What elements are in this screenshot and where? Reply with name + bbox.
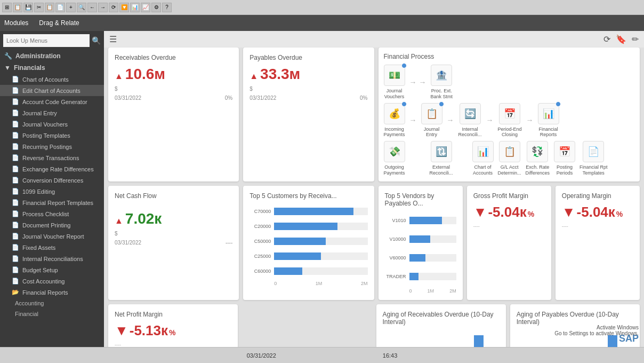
sidebar-item-financial-reports[interactable]: 📂 Financial Reports bbox=[0, 287, 104, 298]
toolbar-icon-16[interactable]: ? bbox=[162, 3, 172, 12]
sidebar-item-cost-accounting[interactable]: 📄 Cost Accounting bbox=[0, 275, 104, 287]
fp-label-external-recon: ExternalReconcili... bbox=[430, 164, 453, 176]
sidebar-item-document-printing[interactable]: 📄 Document Printing bbox=[0, 219, 104, 231]
fp-item-proc-ext-bank[interactable]: 🏦 Proc. Ext.Bank Stmt bbox=[430, 65, 453, 100]
toolbar-icon-3[interactable]: 💾 bbox=[23, 3, 33, 12]
fp-label-journal-vouchers: JournalVouchers bbox=[384, 88, 405, 100]
cash-flow-meta: $ bbox=[115, 231, 232, 236]
sidebar-item-process-checklist[interactable]: 📄 Process Checklist bbox=[0, 208, 104, 219]
toolbar-icon-13[interactable]: 📊 bbox=[130, 3, 140, 12]
gross-profit-title: Gross Profit Margin bbox=[473, 192, 545, 200]
fp-item-internal-recon[interactable]: 🔄 InternalReconcili... bbox=[458, 103, 482, 138]
sidebar-item-posting-templates[interactable]: 📄 Posting Templates bbox=[0, 130, 104, 141]
bar-fill-c60000 bbox=[274, 267, 302, 275]
operating-margin-meta: ---- bbox=[562, 224, 633, 229]
sidebar-item-conversion-differences[interactable]: 📄 Conversion Differences bbox=[0, 175, 104, 186]
sidebar-item-account-code-generator[interactable]: 📄 Account Code Generator bbox=[0, 96, 104, 107]
cash-flow-date: 03/31/2022 bbox=[115, 240, 141, 246]
toolbar-icon-9[interactable]: ← bbox=[87, 3, 97, 12]
toolbar-icon-6[interactable]: 📄 bbox=[55, 3, 65, 12]
fp-label-chart-accounts: Chart ofAccounts bbox=[473, 164, 493, 176]
sidebar-section-financials[interactable]: ▼ Financials bbox=[0, 62, 104, 74]
fp-item-journal-entry[interactable]: 📋 JournalEntry bbox=[421, 103, 442, 138]
sidebar-subitem-accounting[interactable]: Accounting bbox=[0, 298, 104, 309]
fp-icon-journal-vouchers: 💵 bbox=[384, 65, 405, 86]
toolbar-icon-15[interactable]: ⚙ bbox=[151, 3, 161, 12]
toolbar-icon-4[interactable]: ✂ bbox=[34, 3, 44, 12]
sidebar-item-budget-setup[interactable]: 📄 Budget Setup bbox=[0, 264, 104, 275]
gross-profit-meta: ---- bbox=[473, 224, 545, 229]
refresh-icon[interactable]: ⟳ bbox=[603, 34, 610, 44]
sidebar-item-exchange-rate[interactable]: 📄 Exchange Rate Differences bbox=[0, 163, 104, 175]
bar-fill-v60000 bbox=[409, 254, 426, 262]
sidebar-item-recurring-postings[interactable]: 📄 Recurring Postings bbox=[0, 141, 104, 152]
sidebar-item-chart-of-accounts[interactable]: 📄 Chart of Accounts bbox=[0, 74, 104, 85]
toolbar-icon-11[interactable]: ⟳ bbox=[109, 3, 118, 12]
sidebar-subitem-financial[interactable]: Financial bbox=[0, 309, 104, 319]
toolbar-icon-7[interactable]: + bbox=[66, 3, 76, 12]
fp-item-financial-reports[interactable]: 📊 FinancialReports bbox=[538, 103, 559, 138]
sidebar-item-reverse-transactions[interactable]: 📄 Reverse Transactions bbox=[0, 152, 104, 163]
bar-fill-v10000 bbox=[409, 235, 431, 243]
fp-item-fin-rpt-templates[interactable]: 📄 Financial RptTemplates bbox=[579, 141, 608, 176]
status-bar: 03/31/2022 16:43 bbox=[0, 347, 644, 363]
bar-fill-c70000 bbox=[274, 208, 353, 215]
sidebar-item-journal-vouchers[interactable]: 📄 Journal Vouchers bbox=[0, 119, 104, 130]
fp-item-external-recon[interactable]: 🔃 ExternalReconcili... bbox=[430, 141, 453, 176]
toolbar-icon-2[interactable]: 📋 bbox=[13, 3, 22, 12]
toolbar-icon-1[interactable]: ⊞ bbox=[2, 3, 12, 12]
status-time: 16:43 bbox=[383, 352, 398, 359]
edit-icon[interactable]: ✏ bbox=[632, 34, 639, 44]
aging-payables-title: Aging of Payables Overdue (10-Day Interv… bbox=[517, 311, 633, 326]
administration-icon: 🔧 bbox=[4, 52, 12, 60]
top5-customers-chart: C70000 C20000 C50000 C25000 bbox=[249, 204, 367, 279]
receivables-overdue-card: Receivables Overdue ▲ 10.6м $ 03/31/2022… bbox=[108, 48, 239, 182]
bar-track-trader bbox=[409, 273, 456, 280]
toolbar-icon-5[interactable]: 📋 bbox=[45, 3, 54, 12]
budget-setup-icon: 📄 bbox=[12, 266, 19, 273]
fp-item-exch-rate[interactable]: 💱 Exch. RateDifferences bbox=[526, 141, 550, 176]
bar-label-c20000: C20000 bbox=[249, 224, 271, 229]
fp-item-period-end[interactable]: 📅 Period-EndClosing bbox=[498, 103, 522, 138]
search-icon[interactable]: 🔍 bbox=[92, 36, 101, 45]
fp-icon-incoming: 💰 bbox=[384, 103, 405, 124]
fp-item-gl-acct[interactable]: 📋 G/L AcctDetermin... bbox=[498, 141, 521, 176]
fp-item-outgoing[interactable]: 💸 OutgoingPayments bbox=[384, 141, 405, 176]
fixed-assets-icon: 📄 bbox=[12, 244, 19, 251]
sidebar-item-fixed-assets[interactable]: 📄 Fixed Assets bbox=[0, 242, 104, 253]
toolbar-icon-14[interactable]: 📈 bbox=[141, 3, 150, 12]
toolbar-icon-10[interactable]: → bbox=[98, 3, 108, 12]
fp-item-posting-periods[interactable]: 📅 PostingPeriods bbox=[554, 141, 575, 176]
fp-icon-external-recon: 🔃 bbox=[431, 141, 452, 162]
sidebar-item-journal-voucher-report[interactable]: 📄 Journal Voucher Report bbox=[0, 231, 104, 242]
sidebar-item-journal-entry[interactable]: 📄 Journal Entry bbox=[0, 107, 104, 119]
sidebar-item-internal-reconciliations[interactable]: 📄 Internal Reconciliations bbox=[0, 253, 104, 264]
main-layout: 🔍 🔧 Administration ▼ Financials 📄 Chart … bbox=[0, 31, 644, 347]
modules-tab[interactable]: Modules bbox=[4, 19, 28, 27]
sidebar-section-administration[interactable]: 🔧 Administration bbox=[0, 50, 104, 62]
bar-track-v1010 bbox=[409, 217, 456, 224]
operating-margin-number: -5.04к bbox=[577, 204, 615, 220]
sidebar-item-edit-chart-of-accounts[interactable]: 📄 Edit Chart of Accounts bbox=[0, 85, 104, 96]
bookmark-icon[interactable]: 🔖 bbox=[616, 34, 626, 44]
menu-icon[interactable]: ☰ bbox=[109, 34, 117, 44]
payables-date: 03/31/2022 bbox=[249, 95, 276, 101]
fp-item-incoming-payments[interactable]: 💰 IncomingPayments bbox=[384, 103, 405, 138]
fp-item-journal-vouchers[interactable]: 💵 JournalVouchers bbox=[384, 65, 405, 100]
fp-arrow-4: → bbox=[486, 116, 494, 124]
net-cash-flow-card: Net Cash Flow ▲ 7.02к $ 03/31/2022 ---- bbox=[108, 186, 239, 300]
fp-item-chart-accounts[interactable]: 📊 Chart ofAccounts bbox=[472, 141, 494, 176]
fp-label-fin-rpt-templates: Financial RptTemplates bbox=[579, 164, 608, 176]
fp-icon-exch-rate: 💱 bbox=[527, 141, 548, 162]
toolbar-icon-12[interactable]: 🔽 bbox=[119, 3, 129, 12]
document-printing-icon: 📄 bbox=[12, 222, 19, 228]
net-profit-meta: ---- bbox=[115, 342, 231, 347]
search-input[interactable] bbox=[3, 34, 90, 47]
toolbar-icon-8[interactable]: 🔍 bbox=[77, 3, 86, 12]
sidebar-item-1099-editing[interactable]: 📄 1099 Editing bbox=[0, 186, 104, 197]
bar-row-c50000: C50000 bbox=[249, 236, 367, 246]
sidebar-item-financial-report-templates[interactable]: 📄 Financial Report Templates bbox=[0, 197, 104, 208]
win-activation-line2: Go to Settings to activate Windows. bbox=[554, 330, 639, 336]
drag-relate-tab[interactable]: Drag & Relate bbox=[39, 19, 79, 27]
operating-margin-pct: % bbox=[616, 210, 623, 218]
